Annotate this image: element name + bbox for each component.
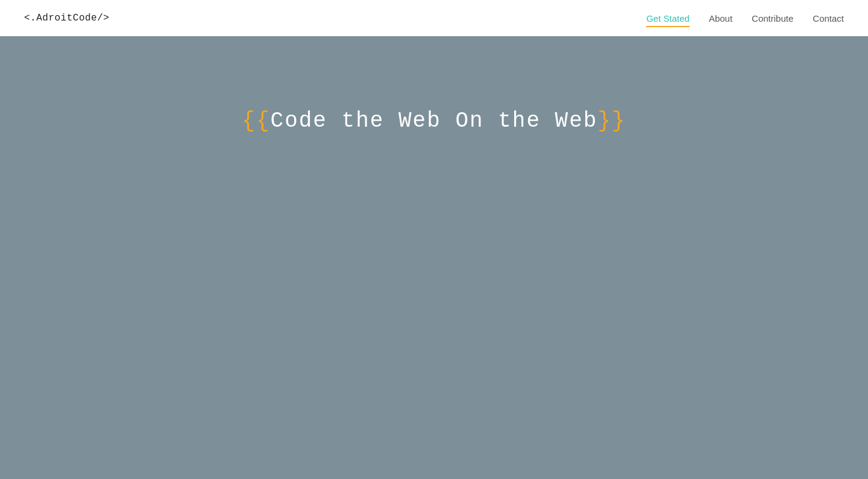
site-header: <.AdroitCode/> Get Stated About Contribu…: [0, 0, 868, 36]
hero-text-content: Code the Web On the Web: [271, 109, 598, 133]
nav-about[interactable]: About: [709, 13, 732, 24]
open-brace: {{: [242, 109, 270, 133]
hero-section: {{Code the Web On the Web}}: [0, 36, 868, 479]
site-logo[interactable]: <.AdroitCode/>: [24, 13, 109, 24]
nav-contact[interactable]: Contact: [813, 13, 844, 24]
hero-tagline: {{Code the Web On the Web}}: [242, 109, 626, 133]
nav-get-started[interactable]: Get Stated: [646, 13, 690, 24]
close-brace: }}: [597, 109, 626, 133]
main-nav: Get Stated About Contribute Contact: [646, 13, 844, 24]
nav-contribute[interactable]: Contribute: [752, 13, 793, 24]
